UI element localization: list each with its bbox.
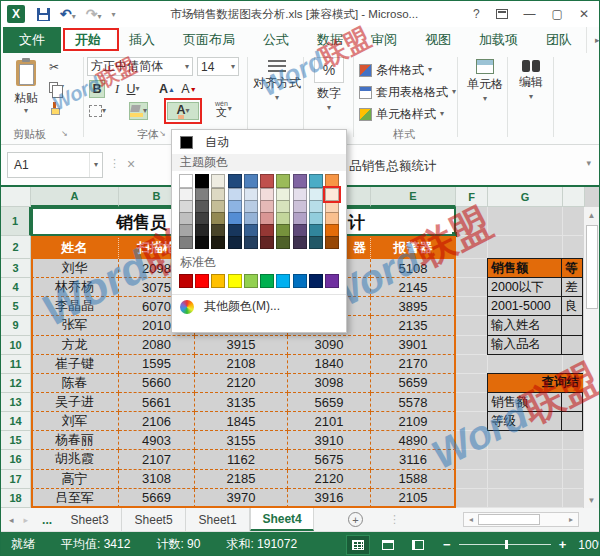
cell[interactable] [563,470,585,489]
standard-color-swatch[interactable] [228,274,242,288]
value-cell[interactable]: 5659 [288,393,371,412]
standard-color-swatch[interactable] [195,274,209,288]
grade-header-level[interactable]: 等 [561,258,583,278]
borders-button[interactable]: ▾ [89,102,106,120]
row-header-16[interactable]: 16 [1,450,31,469]
grow-font-button[interactable]: A▲ [159,80,175,98]
format-painter-button[interactable] [49,99,64,115]
cell[interactable] [563,431,585,450]
value-cell[interactable]: 5659 [371,374,456,393]
conditional-formatting-button[interactable]: 条件格式▾ [359,61,432,79]
cell[interactable] [456,393,488,412]
formula-bar-handle[interactable]: ⋮ [109,157,121,170]
standard-color-swatch[interactable] [309,274,323,288]
scroll-right-icon[interactable]: ▸ [564,515,578,524]
value-cell[interactable]: 2120 [195,374,288,393]
cell[interactable] [488,470,563,489]
column-header-G[interactable]: G [488,187,563,207]
tab-9[interactable]: 团队 [532,27,586,53]
name-cell[interactable]: 杨春丽 [31,431,119,450]
value-cell[interactable]: 3155 [195,431,288,450]
zoom-slider-thumb[interactable] [505,540,508,549]
select-all-corner[interactable] [1,187,31,207]
sheet-tab-Sheet1[interactable]: Sheet1 [186,508,250,531]
value-cell[interactable]: 2080 [119,336,195,355]
grade-level-cell[interactable]: 良 [561,296,583,316]
value-cell[interactable]: 4903 [119,431,195,450]
cell[interactable] [456,450,488,469]
cell[interactable] [488,450,563,469]
value-cell[interactable]: 2109 [371,412,456,431]
value-cell[interactable]: 2135 [371,316,456,335]
cell[interactable] [456,278,488,297]
tab-1[interactable]: 开始 [61,27,115,53]
cell[interactable] [488,355,563,374]
tab-5[interactable]: 数据 [303,27,357,53]
row-header-3[interactable]: 3 [1,259,31,278]
name-cell[interactable]: 胡兆霞 [31,450,119,469]
zoom-slider[interactable] [459,544,551,545]
expand-formula-bar-icon[interactable]: ▾ [586,158,591,168]
next-sheet-icon[interactable]: ▸ [24,515,29,525]
more-colors-item[interactable]: 其他颜色(M)... [172,294,346,318]
value-cell[interactable]: 3970 [195,489,288,508]
value-cell[interactable]: 2170 [371,355,456,374]
cut-button[interactable]: ✂ [49,59,64,75]
undo-button[interactable]: ↶▾ [60,5,76,23]
column-header-E[interactable]: E [371,187,456,207]
input-value-cell[interactable] [561,335,583,355]
grade-level-cell[interactable]: 差 [561,277,583,297]
cell[interactable] [456,297,488,316]
value-cell[interactable]: 2106 [119,412,195,431]
row-header-1[interactable]: 1 [1,207,31,236]
row-header-9[interactable]: 9 [1,316,31,335]
value-cell[interactable]: 3915 [195,336,288,355]
value-cell[interactable]: 3090 [288,336,371,355]
value-cell[interactable]: 2108 [195,355,288,374]
value-cell[interactable]: 5675 [288,450,371,469]
fill-color-button[interactable]: ▾ [129,102,148,120]
shade-swatch[interactable] [195,236,209,249]
row-header-18[interactable]: 18 [1,489,31,508]
close-icon[interactable]: ✕ [579,7,589,21]
save-icon[interactable] [37,8,50,21]
table-header-cell[interactable]: 姓名 [31,236,119,259]
value-cell[interactable]: 2120 [288,470,371,489]
value-cell[interactable]: 1845 [195,412,288,431]
shade-swatch[interactable] [260,236,274,249]
shade-swatch[interactable] [211,236,225,249]
cell[interactable] [563,236,585,259]
cell[interactable] [456,431,488,450]
value-cell[interactable]: 1595 [119,355,195,374]
value-cell[interactable]: 2105 [371,489,456,508]
row-header-13[interactable]: 13 [1,393,31,412]
name-box-dropdown-icon[interactable]: ▾ [89,153,102,177]
shade-swatch[interactable] [276,236,290,249]
scroll-down-icon[interactable]: ▼ [584,492,599,508]
font-color-button[interactable]: A▾ [167,102,199,120]
cell[interactable] [456,470,488,489]
tab-7[interactable]: 视图 [411,27,465,53]
shade-swatch[interactable] [309,236,323,249]
row-header-11[interactable]: 11 [1,355,31,374]
cell[interactable] [563,450,585,469]
value-cell[interactable]: 1840 [288,355,371,374]
tab-file[interactable]: 文件 [3,27,61,53]
cell[interactable] [488,207,563,236]
name-cell[interactable]: 崔子键 [31,355,119,374]
scroll-up-icon[interactable]: ▲ [584,207,599,223]
query-result-header[interactable]: 查询结 [487,373,584,393]
new-sheet-icon[interactable]: + [348,512,363,527]
query-value-cell[interactable] [561,411,583,431]
tab-8[interactable]: 加载项 [465,27,532,53]
tab-overflow-icon[interactable]: ▸ [586,27,600,53]
query-label-cell[interactable]: 销售额 [487,392,562,412]
grade-range-cell[interactable]: 2000以下 [487,277,562,297]
name-box[interactable]: A1 ▾ [7,152,103,178]
name-cell[interactable]: 林乔杨 [31,278,119,297]
value-cell[interactable]: 3910 [288,431,371,450]
ribbon-display-options-icon[interactable] [496,9,508,19]
row-header-4[interactable]: 4 [1,278,31,297]
value-cell[interactable]: 2185 [195,470,288,489]
name-cell[interactable]: 张军 [31,316,119,335]
